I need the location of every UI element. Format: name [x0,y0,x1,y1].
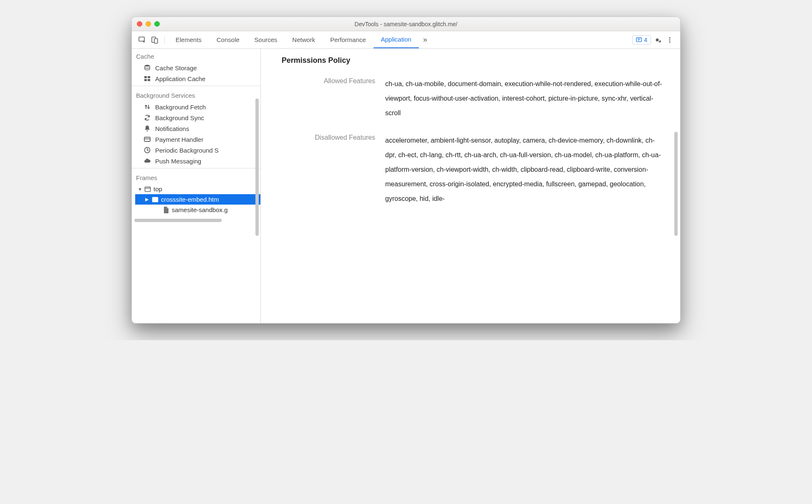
toolbar-divider [164,36,165,44]
svg-rect-3 [636,37,641,42]
card-icon [144,136,151,143]
settings-icon[interactable] [651,34,663,46]
disclosure-triangle[interactable]: ▼ [138,187,142,192]
panel-vertical-scrollbar[interactable] [674,61,678,294]
scrollbar-thumb[interactable] [134,219,222,222]
disallowed-features-label: Disallowed Features [282,133,375,141]
tab-console[interactable]: Console [209,31,247,48]
disallowed-features-row: Disallowed Features accelerometer, ambie… [282,133,663,206]
window-title: DevTools - samesite-sandbox.glitch.me/ [132,21,680,27]
svg-point-7 [145,65,150,67]
sidebar-item-label: Push Messaging [155,158,201,165]
zoom-window-button[interactable] [154,21,160,27]
svg-rect-0 [139,37,144,41]
frame-label: samesite-sandbox.g [172,206,228,213]
allowed-features-value: ch-ua, ch-ua-mobile, document-domain, ex… [385,77,663,121]
frame-row-samesite-sandbox[interactable]: samesite-sandbox.g [135,205,260,215]
window-icon [144,186,151,193]
sidebar-item-notifications[interactable]: Notifications [132,123,260,134]
frame-icon [152,196,158,203]
allowed-features-label: Allowed Features [282,77,375,85]
svg-point-5 [669,39,670,40]
scrollbar-thumb[interactable] [255,99,259,236]
panel-tabs: Elements Console Sources Network Perform… [168,31,419,48]
sidebar-item-label: Background Sync [155,114,204,121]
updown-icon [144,103,151,111]
svg-rect-2 [154,39,158,43]
sidebar-item-periodic-bg-sync[interactable]: Periodic Background S [132,145,260,156]
file-icon [163,207,169,213]
sidebar-section-frames: Frames [132,170,260,184]
sync-icon [144,114,151,121]
svg-rect-10 [144,79,147,81]
allowed-features-row: Allowed Features ch-ua, ch-ua-mobile, do… [282,77,663,121]
sidebar-horizontal-scrollbar[interactable] [132,217,260,223]
more-menu-icon[interactable] [663,34,676,46]
frame-label: crosssite-embed.htm [161,196,219,203]
svg-rect-11 [148,79,150,81]
sidebar-item-application-cache[interactable]: Application Cache [132,73,260,84]
sidebar-item-label: Notifications [155,125,189,132]
disclosure-triangle[interactable]: ▶ [145,197,149,202]
svg-rect-18 [153,199,157,201]
minimize-window-button[interactable] [146,21,151,27]
svg-point-4 [669,37,670,38]
sidebar-item-label: Periodic Background S [155,147,219,154]
sidebar-vertical-scrollbar[interactable] [255,99,259,273]
svg-rect-15 [145,187,151,191]
sidebar-item-label: Application Cache [155,75,205,82]
scrollbar-thumb[interactable] [674,132,678,236]
tab-network[interactable]: Network [285,31,323,48]
svg-point-6 [669,41,670,42]
svg-rect-8 [144,76,147,78]
sidebar-item-label: Background Fetch [155,104,206,111]
tab-sources[interactable]: Sources [247,31,285,48]
clock-icon [144,146,151,154]
frame-label: top [153,185,162,193]
tab-application[interactable]: Application [374,31,419,48]
tabs-overflow-button[interactable]: » [419,34,431,46]
issues-badge[interactable]: 4 [632,35,651,44]
sidebar-item-push-messaging[interactable]: Push Messaging [132,156,260,166]
bell-icon [144,125,151,132]
application-sidebar: Cache Cache Storage Application Cache Ba… [132,49,261,323]
grid-icon [144,75,151,82]
frame-row-crosssite-embed[interactable]: ▶ crosssite-embed.htm [135,194,260,205]
sidebar-section-cache: Cache [132,49,260,62]
sidebar-item-background-fetch[interactable]: Background Fetch [132,101,260,112]
disallowed-features-value: accelerometer, ambient-light-sensor, aut… [385,133,663,206]
content-area: Cache Cache Storage Application Cache Ba… [132,49,680,323]
svg-rect-9 [148,76,150,78]
db-icon [144,64,151,72]
sidebar-item-label: Payment Handler [155,136,203,143]
svg-rect-12 [144,137,150,141]
issues-count: 4 [644,37,647,43]
inspect-element-icon[interactable] [136,34,149,46]
sidebar-item-background-sync[interactable]: Background Sync [132,112,260,123]
window-controls [132,21,160,27]
frames-tree: ▼ top ▶ crosssite-embed.htm samesite-san… [132,184,260,215]
sidebar-section-bgservices: Background Services [132,88,260,101]
frame-details-panel: Permissions Policy Allowed Features ch-u… [261,49,680,323]
sidebar-item-payment-handler[interactable]: Payment Handler [132,134,260,145]
divider [132,168,260,168]
permissions-policy-heading: Permissions Policy [282,56,663,65]
titlebar: DevTools - samesite-sandbox.glitch.me/ [132,17,680,31]
cloud-icon [144,157,151,165]
devtools-toolbar: Elements Console Sources Network Perform… [132,31,680,49]
device-toggle-icon[interactable] [149,34,161,46]
frame-row-top[interactable]: ▼ top [135,184,260,194]
devtools-window: DevTools - samesite-sandbox.glitch.me/ E… [131,17,681,324]
close-window-button[interactable] [137,21,142,27]
tab-elements[interactable]: Elements [168,31,209,48]
tab-performance[interactable]: Performance [323,31,374,48]
sidebar-item-label: Cache Storage [155,64,197,72]
divider [132,86,260,86]
sidebar-item-cache-storage[interactable]: Cache Storage [132,62,260,73]
issues-icon [636,37,642,43]
